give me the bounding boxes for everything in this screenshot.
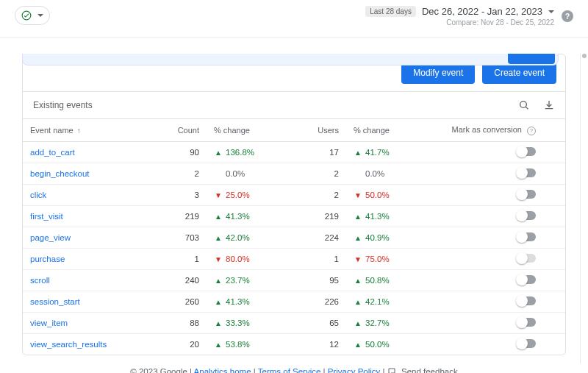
pct-value: 0.0% [226, 169, 245, 178]
conversion-toggle [517, 254, 536, 263]
svg-point-1 [520, 102, 527, 108]
pct-value: 0.0% [365, 169, 384, 178]
pct-value: 50.0% [365, 340, 390, 349]
event-name-link[interactable]: begin_checkout [30, 169, 90, 178]
conversion-toggle[interactable] [517, 190, 536, 199]
users-cell: 12 [280, 333, 346, 355]
conversion-toggle[interactable] [517, 275, 536, 284]
event-name-link[interactable]: click [30, 191, 46, 199]
event-name-link[interactable]: scroll [30, 276, 50, 285]
users-cell: 2 [280, 163, 346, 184]
arrow-up-icon [214, 319, 223, 327]
change1-cell: 80.0% [207, 248, 280, 269]
col-event-name[interactable]: Event name ↑ [23, 119, 162, 142]
conversion-toggle[interactable] [517, 211, 536, 220]
toggle-knob [516, 295, 528, 307]
event-name-link[interactable]: first_visit [30, 212, 63, 221]
count-cell: 88 [162, 312, 207, 333]
change2-cell: 0.0% [346, 163, 420, 184]
events-table: Event name ↑ Count % change Users % chan… [23, 118, 565, 355]
conversion-toggle[interactable] [517, 296, 536, 305]
event-name-link[interactable]: add_to_cart [30, 148, 75, 157]
conversion-toggle[interactable] [517, 318, 536, 327]
arrow-up-icon [354, 149, 362, 157]
chevron-down-icon [37, 14, 43, 17]
table-row: first_visit21941.3%21941.3% [23, 205, 565, 227]
col-change-2[interactable]: % change [346, 119, 420, 142]
conversion-toggle[interactable] [517, 168, 536, 177]
pct-value: 41.3% [365, 212, 390, 221]
info-bar-button-edge [508, 54, 555, 64]
conversion-toggle[interactable] [517, 339, 536, 348]
users-cell: 2 [280, 184, 346, 205]
vertical-scrollbar[interactable] [580, 54, 588, 363]
send-feedback-button[interactable]: Send feedback [387, 367, 458, 374]
table-row: purchase180.0%175.0% [23, 248, 565, 269]
pct-value: 41.7% [365, 148, 390, 157]
download-icon[interactable] [543, 99, 555, 111]
event-name-link[interactable]: view_search_results [30, 340, 107, 349]
arrow-up-icon [354, 341, 362, 349]
change2-cell: 50.0% [346, 333, 420, 355]
event-name-link[interactable]: session_start [30, 297, 80, 306]
table-row: view_search_results2053.8%1250.0% [23, 333, 565, 355]
help-icon[interactable]: ? [527, 127, 536, 135]
change2-cell: 50.8% [346, 269, 420, 291]
change1-cell: 42.0% [207, 227, 280, 248]
count-cell: 219 [162, 205, 207, 227]
conversion-toggle[interactable] [517, 232, 536, 241]
col-count[interactable]: Count [162, 119, 207, 142]
pct-value: 25.0% [226, 191, 250, 199]
users-cell: 1 [280, 248, 346, 269]
arrow-up-icon [214, 298, 223, 306]
table-row: click325.0%250.0% [23, 184, 565, 205]
arrow-up-icon [214, 149, 223, 157]
count-cell: 2 [162, 163, 207, 184]
count-cell: 1 [162, 248, 207, 269]
users-cell: 95 [280, 269, 346, 291]
pct-value: 80.0% [226, 255, 250, 263]
arrow-down-icon [354, 191, 362, 199]
pct-value: 42.0% [226, 233, 250, 242]
card-title: Existing events [33, 100, 93, 110]
count-cell: 20 [162, 333, 207, 355]
footer: © 2023 Google | Analytics home | Terms o… [22, 367, 566, 374]
pct-value: 53.8% [226, 340, 250, 349]
arrow-up-icon [354, 234, 362, 242]
conversion-toggle[interactable] [517, 147, 536, 156]
top-right: Last 28 days Dec 26, 2022 - Jan 22, 2023… [365, 6, 573, 26]
arrow-up-icon [354, 319, 362, 327]
link-terms[interactable]: Terms of Service [258, 367, 321, 374]
event-name-link[interactable]: view_item [30, 319, 68, 327]
help-icon[interactable]: ? [562, 10, 573, 22]
pct-value: 75.0% [365, 255, 390, 263]
col-users[interactable]: Users [280, 119, 346, 142]
arrow-up-icon [214, 234, 223, 242]
change1-cell: 33.3% [207, 312, 280, 333]
link-privacy[interactable]: Privacy Policy [328, 367, 381, 374]
info-bar-bottom-edge [22, 54, 559, 65]
change2-cell: 32.7% [346, 312, 420, 333]
col-conversion: Mark as conversion ? [420, 119, 565, 142]
col-change-1[interactable]: % change [207, 119, 280, 142]
date-range-picker[interactable]: Dec 26, 2022 - Jan 22, 2023 [422, 6, 554, 17]
event-name-link[interactable]: page_view [30, 233, 71, 242]
date-chip: Last 28 days [365, 6, 416, 17]
change1-cell: 23.7% [207, 269, 280, 291]
toggle-knob [516, 231, 528, 243]
link-analytics-home[interactable]: Analytics home [194, 367, 251, 374]
scroll-area: Modify event Create event Existing event… [0, 54, 588, 363]
status-pill[interactable] [15, 6, 50, 25]
users-cell: 226 [280, 291, 346, 312]
pct-value: 33.3% [226, 319, 250, 327]
copyright-text: © 2023 Google [130, 367, 187, 374]
change1-cell: 25.0% [207, 184, 280, 205]
event-name-link[interactable]: purchase [30, 255, 65, 263]
toggle-knob [516, 188, 528, 200]
arrow-up-icon [354, 277, 362, 285]
search-icon[interactable] [518, 99, 530, 111]
arrow-down-icon [354, 255, 362, 263]
scroll-thumb[interactable] [582, 54, 587, 58]
change2-cell: 50.0% [346, 184, 420, 205]
count-cell: 90 [162, 141, 207, 163]
